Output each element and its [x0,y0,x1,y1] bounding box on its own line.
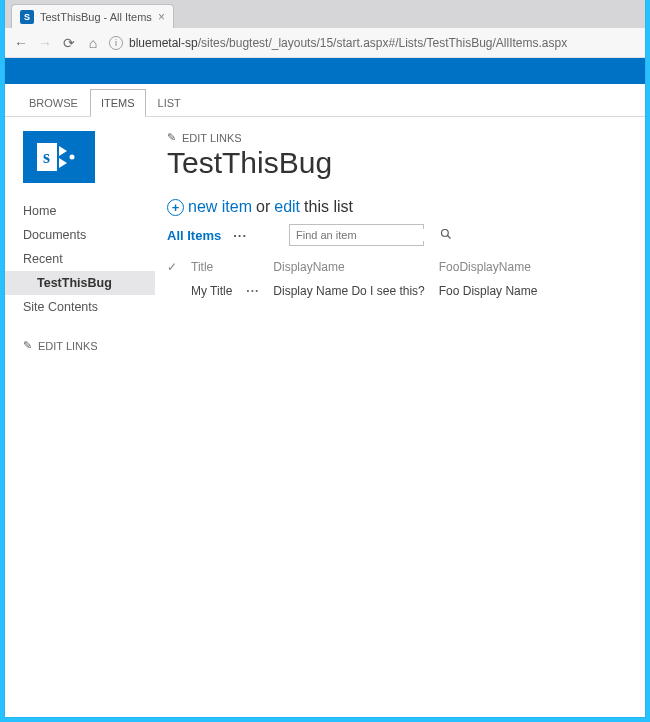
sp-ribbon-tabs: BROWSE ITEMS LIST [5,84,645,117]
view-toolbar: All Items ··· [167,224,633,246]
sidebar-edit-links[interactable]: ✎ EDIT LINKS [23,339,137,352]
tab-list[interactable]: LIST [148,90,191,116]
col-foodisplayname[interactable]: FooDisplayName [439,256,552,282]
sharepoint-favicon: S [20,10,34,24]
sidebar: s Home Documents Recent TestThisBug Site… [5,117,155,717]
sidebar-item-home[interactable]: Home [5,199,155,223]
page-title: TestThisBug [167,146,633,180]
sp-ribbon-strip [5,58,645,84]
cell-title[interactable]: My Title [191,282,246,300]
home-icon[interactable]: ⌂ [85,35,101,51]
view-all-items[interactable]: All Items [167,228,221,243]
search-icon[interactable] [440,228,452,243]
col-title[interactable]: Title [191,256,246,282]
this-list-text: this list [304,198,353,216]
sidebar-item-documents[interactable]: Documents [5,223,155,247]
cell-foodisplayname: Foo Display Name [439,282,552,300]
tab-browse[interactable]: BROWSE [19,90,88,116]
sidebar-item-testthisbug[interactable]: TestThisBug [5,271,155,295]
close-icon[interactable]: × [158,10,165,24]
url-path: /sites/bugtest/_layouts/15/start.aspx#/L… [198,36,568,50]
browser-tab[interactable]: S TestThisBug - All Items × [11,4,174,28]
svg-line-6 [448,235,451,238]
sharepoint-logo[interactable]: s [23,131,95,183]
main-area: ✎ EDIT LINKS TestThisBug + new item or e… [155,117,645,717]
new-item-link[interactable]: new item [188,198,252,216]
svg-text:s: s [43,147,50,167]
sidebar-item-recent[interactable]: Recent [5,247,155,271]
table-row[interactable]: My Title ··· Display Name Do I see this?… [167,282,551,300]
url-host: bluemetal-sp [129,36,198,50]
sidebar-item-sitecontents[interactable]: Site Contents [5,295,155,319]
col-displayname[interactable]: DisplayName [273,256,438,282]
sidebar-nav: Home Documents Recent TestThisBug Site C… [5,199,155,319]
address-bar[interactable]: i bluemetal-sp/sites/bugtest/_layouts/15… [109,36,637,50]
content-area: s Home Documents Recent TestThisBug Site… [5,117,645,717]
plus-icon[interactable]: + [167,199,184,216]
select-all-column[interactable]: ✓ [167,256,191,282]
back-icon[interactable]: ← [13,35,29,51]
pencil-icon: ✎ [167,131,176,144]
row-more-icon[interactable]: ··· [246,284,259,298]
svg-marker-3 [59,158,67,168]
browser-toolbar: ← → ⟳ ⌂ i bluemetal-sp/sites/bugtest/_la… [5,28,645,58]
browser-tab-bar: S TestThisBug - All Items × [5,0,645,28]
view-more-icon[interactable]: ··· [233,228,247,243]
or-text: or [256,198,270,216]
top-edit-links[interactable]: ✎ EDIT LINKS [167,131,633,144]
search-box[interactable] [289,224,424,246]
cell-displayname: Display Name Do I see this? [273,282,438,300]
info-icon[interactable]: i [109,36,123,50]
forward-icon: → [37,35,53,51]
top-edit-links-label: EDIT LINKS [182,132,242,144]
pencil-icon: ✎ [23,339,32,352]
new-item-row: + new item or edit this list [167,198,633,216]
sidebar-edit-links-label: EDIT LINKS [38,340,98,352]
table-header-row: ✓ Title DisplayName FooDisplayName [167,256,551,282]
tab-title: TestThisBug - All Items [40,11,152,23]
svg-point-5 [442,229,449,236]
search-input[interactable] [290,229,440,241]
reload-icon[interactable]: ⟳ [61,35,77,51]
svg-marker-2 [59,146,67,156]
tab-items[interactable]: ITEMS [90,89,146,117]
edit-link[interactable]: edit [274,198,300,216]
list-table: ✓ Title DisplayName FooDisplayName My Ti… [167,256,551,300]
svg-point-4 [70,155,75,160]
